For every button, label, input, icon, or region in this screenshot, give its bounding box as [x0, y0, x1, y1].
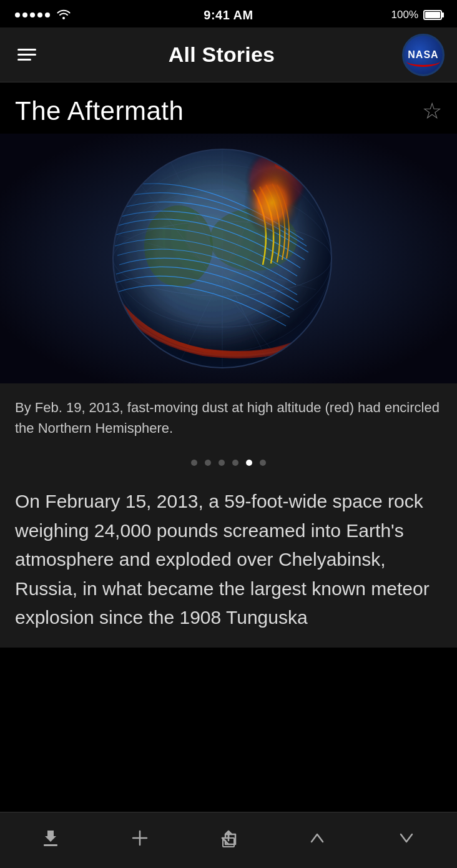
- nasa-swoosh: [406, 56, 440, 67]
- dot-4[interactable]: [232, 460, 238, 466]
- bottom-toolbar: [0, 812, 457, 868]
- status-bar: 9:41 AM 100%: [0, 0, 457, 27]
- wifi-icon: [57, 8, 71, 22]
- status-right: 100%: [391, 9, 442, 21]
- dot-1[interactable]: [191, 460, 197, 466]
- battery-container: [423, 10, 442, 20]
- chevron-up-icon: [308, 828, 327, 852]
- battery-fill: [425, 12, 440, 18]
- globe-visualization: [0, 134, 457, 383]
- signal-dot-1: [15, 12, 20, 17]
- next-button[interactable]: [386, 821, 427, 860]
- signal-dots: [15, 12, 50, 17]
- menu-line-3: [17, 59, 31, 61]
- nav-bar: All Stories NASA: [0, 27, 457, 82]
- status-time: 9:41 AM: [204, 8, 253, 22]
- caption-area: By Feb. 19, 2013, fast-moving dust at hi…: [0, 383, 457, 448]
- battery-icon: [423, 10, 442, 20]
- dot-indicators: [0, 448, 457, 477]
- dot-6[interactable]: [260, 460, 266, 466]
- globe-svg: [79, 140, 378, 377]
- signal-dot-4: [37, 12, 42, 17]
- story-header: The Aftermath ☆: [0, 82, 457, 134]
- share-button[interactable]: [208, 821, 249, 860]
- status-left: [15, 8, 71, 22]
- battery-percent: 100%: [391, 9, 418, 21]
- menu-button[interactable]: [12, 44, 41, 66]
- dot-3[interactable]: [219, 460, 225, 466]
- svg-rect-17: [44, 844, 57, 846]
- share-icon: [219, 828, 238, 852]
- story-title: The Aftermath: [15, 96, 184, 126]
- menu-line-2: [17, 54, 36, 56]
- download-icon: [41, 828, 60, 852]
- dot-2[interactable]: [205, 460, 211, 466]
- page-title: All Stories: [169, 42, 275, 67]
- add-icon: [130, 828, 149, 852]
- download-button[interactable]: [30, 821, 71, 860]
- nasa-logo-button[interactable]: NASA: [402, 34, 445, 76]
- add-button[interactable]: [119, 821, 160, 860]
- bookmark-button[interactable]: ☆: [422, 98, 442, 124]
- signal-dot-2: [22, 12, 27, 17]
- story-body: On February 15, 2013, a 59-foot-wide spa…: [0, 477, 457, 648]
- chevron-down-icon: [397, 828, 416, 852]
- menu-line-1: [17, 49, 36, 51]
- dot-5[interactable]: [246, 460, 252, 466]
- svg-point-15: [113, 149, 332, 368]
- story-body-text: On February 15, 2013, a 59-foot-wide spa…: [15, 487, 442, 633]
- signal-dot-5: [45, 12, 50, 17]
- nasa-logo-inner: NASA: [404, 36, 443, 74]
- caption-text: By Feb. 19, 2013, fast-moving dust at hi…: [15, 397, 442, 438]
- signal-dot-3: [30, 12, 35, 17]
- prev-button[interactable]: [297, 821, 338, 860]
- story-image: [0, 134, 457, 383]
